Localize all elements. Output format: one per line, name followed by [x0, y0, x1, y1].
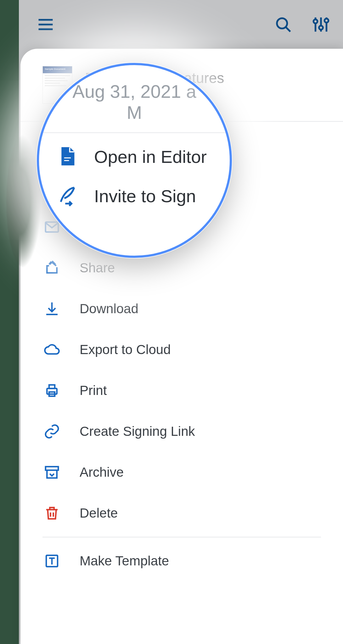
feather-icon — [56, 185, 78, 207]
trash-icon — [42, 504, 61, 523]
magnifier-label: Invite to Sign — [94, 186, 196, 206]
menu-divider — [42, 537, 321, 537]
magnifier-open-in-editor[interactable]: Open in Editor — [39, 133, 230, 177]
menu-label: Download — [80, 301, 138, 316]
menu-label: Create Signing Link — [80, 424, 195, 439]
menu-item-create-signing-link[interactable]: Create Signing Link — [20, 411, 343, 452]
menu-item-make-template[interactable]: Make Template — [20, 541, 343, 581]
template-icon — [42, 552, 61, 570]
menu-item-print[interactable]: Print — [20, 370, 343, 411]
menu-item-delete[interactable]: Delete — [20, 493, 343, 534]
menu-label: Share — [80, 260, 115, 275]
menu-item-share[interactable]: Share — [20, 247, 343, 288]
share-icon — [42, 258, 61, 277]
link-icon — [42, 422, 61, 441]
archive-icon — [42, 463, 61, 482]
svg-rect-23 — [64, 160, 69, 161]
menu-label: Delete — [80, 506, 118, 521]
menu-item-export-to-cloud[interactable]: Export to Cloud — [20, 329, 343, 370]
document-icon — [56, 146, 78, 168]
menu-label: Export to Cloud — [80, 342, 171, 357]
print-icon — [42, 381, 61, 400]
svg-rect-15 — [49, 385, 55, 388]
cloud-icon — [42, 340, 61, 359]
menu-item-download[interactable]: Download — [20, 288, 343, 329]
menu-item-archive[interactable]: Archive — [20, 452, 343, 493]
magnifier-invite-to-sign[interactable]: Invite to Sign — [39, 177, 230, 216]
download-icon — [42, 299, 61, 318]
svg-rect-17 — [46, 467, 59, 470]
svg-rect-22 — [64, 157, 71, 159]
magnifier-label: Open in Editor — [94, 147, 207, 167]
decorative-blob — [6, 135, 41, 267]
menu-label: Archive — [80, 465, 124, 480]
magnifier-highlight: Aug 31, 2021 a M Open in Editor Invite t… — [37, 63, 232, 258]
thumbnail-title: Sample Document — [43, 66, 72, 73]
menu-label: Make Template — [80, 553, 169, 569]
menu-label: Print — [80, 383, 107, 398]
